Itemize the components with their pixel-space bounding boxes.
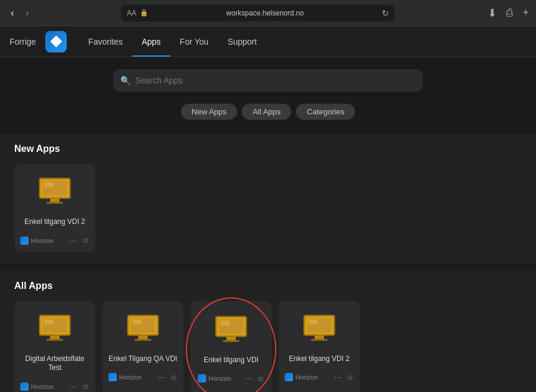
app-footer-all-1: Horizon ··· ☆ <box>20 381 89 392</box>
svg-rect-28 <box>311 339 328 341</box>
new-apps-title: New Apps <box>14 144 522 154</box>
browser-back-button[interactable]: ‹ <box>7 5 17 21</box>
svg-rect-23 <box>220 321 230 325</box>
app-provider-all-3: Horizon <box>208 375 240 382</box>
svg-rect-5 <box>44 182 54 187</box>
filter-buttons: New Apps All Apps Categories <box>0 104 536 120</box>
app-star-all-3[interactable]: ☆ <box>257 374 264 383</box>
svg-rect-3 <box>50 198 60 202</box>
main-content: 🔍 New Apps All Apps Categories New Apps <box>0 57 536 392</box>
svg-rect-11 <box>44 319 54 324</box>
app-footer-new-1: Horizon ··· ☆ <box>20 235 89 246</box>
svg-rect-27 <box>314 335 324 339</box>
search-input[interactable] <box>135 76 416 85</box>
nav-back-area: Forrige <box>10 37 36 46</box>
horizon-icon-new-1 <box>20 237 29 245</box>
app-star-all-1[interactable]: ☆ <box>82 382 89 391</box>
app-card-all-1[interactable]: Digital Arbeidsflate Test Horizon ··· ☆ <box>14 301 95 392</box>
svg-rect-16 <box>135 339 151 341</box>
app-name-new-1: Enkel tilgang VDI 2 <box>24 217 85 227</box>
app-provider-all-2: Horizon <box>119 374 153 381</box>
nav-back-label: Forrige <box>10 37 36 46</box>
app-provider-all-4: Horizon <box>295 374 329 381</box>
svg-rect-9 <box>50 335 60 339</box>
app-icon-all-3 <box>212 312 250 350</box>
main-nav: Favorites Apps For You Support <box>79 26 266 57</box>
app-card-all-4[interactable]: Enkel tilgang VDI 2 Horizon ··· ☆ <box>279 301 360 392</box>
share-button[interactable]: ⎙ <box>506 7 513 20</box>
app-more-all-1[interactable]: ··· <box>67 381 80 392</box>
reload-button[interactable]: ↻ <box>382 8 389 18</box>
app-star-all-4[interactable]: ☆ <box>347 373 354 382</box>
app-footer-all-2: Horizon ··· ☆ <box>108 372 177 382</box>
monitor-svg-all-3 <box>213 315 249 346</box>
app-name-all-4: Enkel tilgang VDI 2 <box>289 354 350 364</box>
filter-all-apps[interactable]: All Apps <box>242 104 291 120</box>
svg-rect-17 <box>132 319 142 324</box>
app-more-all-2[interactable]: ··· <box>155 372 168 382</box>
browser-actions: ⬇ ⎙ + <box>488 7 529 20</box>
svg-rect-29 <box>308 319 318 324</box>
app-provider-new-1: Horizon <box>31 237 65 244</box>
monitor-svg-new-1 <box>37 177 73 208</box>
nav-support[interactable]: Support <box>218 26 266 57</box>
app-footer-all-4: Horizon ··· ☆ <box>285 372 354 382</box>
all-apps-grid: Digital Arbeidsflate Test Horizon ··· ☆ <box>14 301 522 392</box>
address-bar: AA 🔒 workspace.helsenord.no ↻ <box>121 5 395 21</box>
app-icon-all-4 <box>300 310 338 349</box>
app-footer-all-3: Horizon ··· ☆ <box>198 373 264 384</box>
app-logo <box>45 31 67 52</box>
monitor-svg-all-4 <box>301 314 337 345</box>
filter-new-apps[interactable]: New Apps <box>181 104 238 120</box>
search-container: 🔍 <box>0 69 536 104</box>
aa-label: AA <box>127 9 136 17</box>
browser-forward-button[interactable]: › <box>22 5 32 21</box>
app-card-all-2[interactable]: Enkel Tilgang QA VDI Horizon ··· ☆ <box>102 301 183 392</box>
nav-for-you[interactable]: For You <box>170 26 218 57</box>
all-apps-title: All Apps <box>14 281 522 291</box>
all-apps-section: All Apps Digital Arbeidsflate Test <box>0 271 536 392</box>
search-bar: 🔍 <box>113 69 423 92</box>
app-logo-diamond <box>50 36 62 48</box>
app-icon-all-1 <box>36 310 74 349</box>
app-name-all-2: Enkel Tilgang QA VDI <box>108 354 177 364</box>
lock-icon: 🔒 <box>140 9 148 17</box>
app-star-all-2[interactable]: ☆ <box>170 373 177 382</box>
new-apps-grid: Enkel tilgang VDI 2 Horizon ··· ☆ <box>14 164 522 252</box>
svg-rect-10 <box>46 339 63 341</box>
app-more-new-1[interactable]: ··· <box>67 235 80 246</box>
horizon-icon-all-4 <box>285 373 293 381</box>
svg-rect-4 <box>46 202 63 204</box>
nav-apps[interactable]: Apps <box>132 26 170 57</box>
app-star-new-1[interactable]: ☆ <box>82 236 89 245</box>
app-provider-all-1: Horizon <box>31 383 65 390</box>
app-icon-all-2 <box>124 310 162 349</box>
horizon-icon-all-1 <box>20 382 29 391</box>
app-card-new-1[interactable]: Enkel tilgang VDI 2 Horizon ··· ☆ <box>14 164 95 252</box>
monitor-svg-all-2 <box>125 314 161 345</box>
app-more-all-4[interactable]: ··· <box>332 372 344 382</box>
download-button[interactable]: ⬇ <box>488 7 497 20</box>
app-more-all-3[interactable]: ··· <box>242 373 255 384</box>
app-icon-new-1 <box>36 173 74 211</box>
app-name-all-1: Digital Arbeidsflate Test <box>20 354 89 373</box>
app-name-all-3: Enkel tilgang VDI <box>204 356 258 365</box>
top-nav: Forrige Favorites Apps For You Support <box>0 26 536 57</box>
filter-categories[interactable]: Categories <box>296 104 355 120</box>
new-apps-section: New Apps Enkel tilgang VDI 2 <box>0 134 536 264</box>
monitor-svg-all-1 <box>37 314 73 345</box>
app-card-all-3[interactable]: Enkel tilgang VDI Horizon ··· ☆ <box>191 301 272 392</box>
nav-favorites[interactable]: Favorites <box>79 26 132 57</box>
url-text: workspace.helsenord.no <box>152 9 378 17</box>
svg-rect-22 <box>223 340 239 342</box>
svg-rect-15 <box>138 335 148 339</box>
svg-rect-21 <box>226 337 236 340</box>
horizon-icon-all-3 <box>198 374 206 382</box>
search-icon: 🔍 <box>120 76 130 85</box>
browser-chrome: ‹ › AA 🔒 workspace.helsenord.no ↻ ⬇ ⎙ + <box>0 0 536 26</box>
new-tab-button[interactable]: + <box>522 7 529 20</box>
horizon-icon-all-2 <box>108 373 117 381</box>
